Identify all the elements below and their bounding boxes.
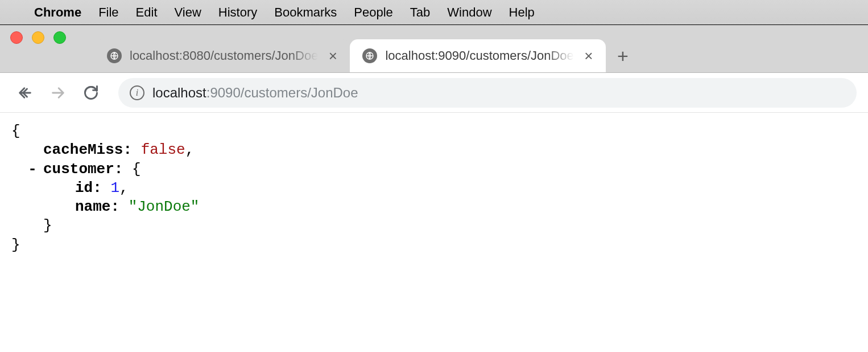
json-collapse-toggle[interactable]: - [26,160,39,179]
window-zoom-button[interactable] [53,31,66,44]
tab-close-icon[interactable]: × [582,49,596,63]
json-row-customer: -customer: { [11,160,857,179]
browser-tab-0[interactable]: localhost:8080/customers/JonDoe × [94,39,350,72]
json-brace-open: { [11,122,857,141]
tab-title: localhost:9090/customers/JonDoe [385,48,573,63]
menubar-people[interactable]: People [354,5,393,20]
url-path: /customers/JonDoe [241,85,358,101]
url-text: localhost:9090/customers/JonDoe [152,85,358,101]
window-controls [10,25,66,72]
macos-menubar: Chrome File Edit View History Bookmarks … [0,0,868,25]
menubar-bookmarks[interactable]: Bookmarks [274,5,337,20]
json-row-id: id: 1, [11,179,857,198]
url-host: localhost [152,85,206,101]
browser-tab-1[interactable]: localhost:9090/customers/JonDoe × [350,39,605,72]
url-port: :9090 [206,85,241,101]
forward-button[interactable] [44,79,72,107]
reload-button[interactable] [77,79,105,107]
menubar-edit[interactable]: Edit [136,5,158,20]
globe-icon [107,48,122,63]
address-bar[interactable]: i localhost:9090/customers/JonDoe [118,78,857,108]
window-close-button[interactable] [10,31,23,44]
json-brace-close-inner: } [11,216,857,235]
menubar-tab[interactable]: Tab [410,5,430,20]
json-viewer: { cacheMiss: false, -customer: { id: 1, … [0,113,868,264]
browser-toolbar: i localhost:9090/customers/JonDoe [0,73,868,113]
browser-tabstrip: localhost:8080/customers/JonDoe × localh… [0,25,868,73]
tab-close-icon[interactable]: × [326,49,340,63]
new-tab-button[interactable]: + [606,39,640,72]
menubar-view[interactable]: View [175,5,201,20]
menubar-window[interactable]: Window [447,5,491,20]
json-brace-close: } [11,236,857,255]
window-minimize-button[interactable] [32,31,44,44]
menubar-app-name[interactable]: Chrome [34,5,81,20]
back-button[interactable] [11,79,39,107]
json-row-name: name: "JonDoe" [11,198,857,216]
menubar-file[interactable]: File [98,5,118,20]
globe-icon [362,48,377,63]
json-row-cachemiss: cacheMiss: false, [11,141,857,159]
tab-title: localhost:8080/customers/JonDoe [130,48,318,63]
menubar-history[interactable]: History [218,5,257,20]
site-info-icon[interactable]: i [130,85,144,100]
menubar-help[interactable]: Help [509,5,535,20]
